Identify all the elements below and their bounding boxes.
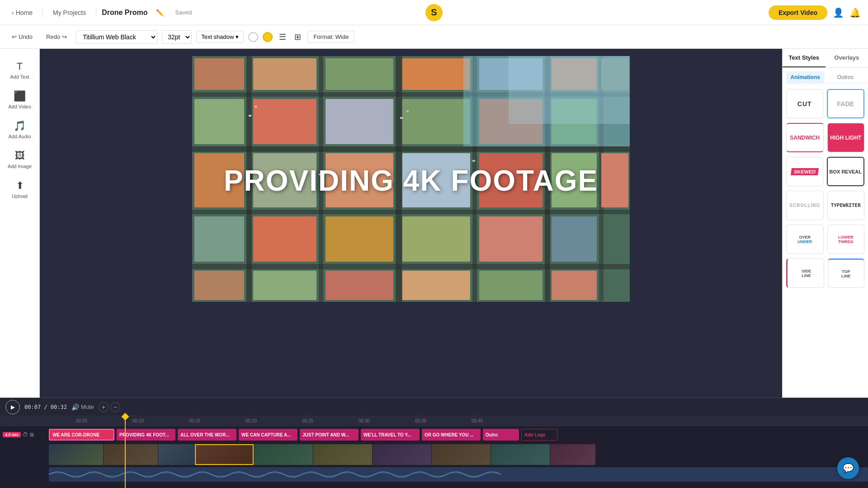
sub-tab-animations[interactable]: Animations	[786, 71, 825, 83]
text-clip-4[interactable]: WE CAN CAPTURE A...	[239, 429, 297, 441]
shadow-dropdown-icon: ▾	[236, 33, 239, 40]
vclip-10	[550, 444, 595, 465]
home-label: Home	[16, 9, 33, 16]
upload-icon: ⬆	[16, 180, 24, 192]
redo-button[interactable]: Redo ↪	[42, 31, 71, 42]
tab-overlays[interactable]: Overlays	[826, 49, 868, 67]
add-video-label: Add Video	[8, 104, 31, 109]
style-card-typewriter[interactable]: TYPEWRITER	[827, 191, 865, 220]
play-button[interactable]: ▶	[5, 400, 20, 414]
svg-rect-9	[192, 146, 630, 152]
style-card-skewed[interactable]: SKEWED	[786, 157, 823, 186]
undo-button[interactable]: ↩ Undo	[7, 31, 37, 42]
style-card-overunder[interactable]: OVER UNDER	[786, 225, 824, 254]
volume-icon: 🔊	[71, 404, 79, 411]
text-clip-5[interactable]: JUST POINT AND W...	[300, 429, 359, 441]
notifications-icon-button[interactable]: 🔔	[849, 7, 861, 18]
video-icon: ⬛	[14, 90, 26, 102]
svg-rect-48	[472, 160, 475, 162]
font-family-select[interactable]: Titillium Web Black	[76, 30, 157, 44]
add-audio-label: Add Audio	[8, 134, 31, 139]
right-panel-tabs: Text Styles Overlays	[783, 49, 868, 68]
playhead	[125, 415, 126, 426]
audio-track	[0, 466, 868, 483]
ruler-mark-7: 00:35	[415, 418, 426, 423]
style-card-topline[interactable]: TOP LINE	[828, 258, 865, 288]
style-card-cut[interactable]: CUT	[786, 89, 823, 118]
export-video-button[interactable]: Export Video	[769, 5, 827, 20]
svg-rect-12	[194, 58, 244, 90]
svg-rect-35	[402, 216, 470, 262]
style-card-sandwich[interactable]: SANDWICH	[786, 123, 824, 152]
zoom-out-button[interactable]: −	[110, 402, 120, 412]
account-icon-button[interactable]: 👤	[833, 7, 844, 18]
sub-tab-outros[interactable]: Outros	[826, 71, 865, 83]
sidebar-item-upload[interactable]: ⬆ Upload	[3, 175, 37, 203]
ruler-mark-2: 00:10	[132, 418, 144, 423]
style-card-scrolling[interactable]: SCROLLING	[786, 191, 824, 220]
zoom-in-button[interactable]: +	[99, 402, 108, 412]
svg-rect-32	[194, 216, 244, 262]
style-card-boxreveal[interactable]: BOX REVEAL	[827, 157, 865, 186]
text-clip-addlogo[interactable]: Add Logo	[521, 429, 557, 441]
text-clip-7[interactable]: OR GO WHERE YOU ...	[422, 429, 481, 441]
nav-divider-2	[96, 7, 96, 18]
vclip-3	[158, 444, 194, 465]
tab-text-styles[interactable]: Text Styles	[783, 49, 826, 67]
sidebar-item-add-audio[interactable]: 🎵 Add Audio	[3, 116, 37, 144]
svg-rect-41	[402, 271, 470, 300]
audio-waveform	[49, 467, 868, 482]
style-card-fade[interactable]: FADE	[827, 89, 865, 118]
text-clip-1[interactable]: WE ARE COR-DRONE	[49, 429, 114, 441]
sidebar-item-add-video[interactable]: ⬛ Add Video	[3, 86, 37, 114]
align-left-button[interactable]: ☰	[277, 30, 288, 44]
chat-widget[interactable]: 💬	[837, 457, 859, 479]
text-clip-2[interactable]: PROVIDING 4K FOOT...	[117, 429, 175, 441]
color-yellow-picker[interactable]	[263, 32, 273, 42]
color-white-picker[interactable]	[248, 32, 258, 42]
canvas-text-overlay[interactable]: PROVIDING 4K FOOTAGE	[224, 164, 598, 197]
style-card-lower-thirds[interactable]: LOWER THIRDS	[827, 225, 865, 254]
logo-circle: S	[425, 4, 443, 21]
home-button[interactable]: ‹ Home	[7, 6, 37, 19]
svg-rect-36	[479, 216, 542, 262]
svg-rect-37	[552, 216, 597, 262]
format-button[interactable]: Format: Wide	[307, 31, 354, 43]
vclip-8	[432, 444, 491, 465]
vclip-9	[491, 444, 550, 465]
audio-clips	[49, 467, 868, 482]
vclip-5	[254, 444, 313, 465]
my-projects-button[interactable]: My Projects	[48, 6, 90, 19]
app-logo: S	[425, 4, 443, 21]
svg-rect-47	[406, 110, 409, 112]
play-icon: ▶	[11, 404, 15, 410]
svg-rect-11	[192, 264, 630, 269]
ruler-mark-6: 00:30	[359, 418, 370, 423]
canvas-wrapper: PROVIDING 4K FOOTAGE	[40, 49, 782, 398]
align-grid-button[interactable]: ⊞	[292, 30, 303, 44]
style-card-highlight[interactable]: HIGH LIGHT	[827, 123, 865, 152]
text-shadow-button[interactable]: Text shadow ▾	[196, 31, 244, 43]
mute-button[interactable]: 🔊 Mute	[71, 404, 94, 411]
style-card-sideline[interactable]: SIDE LINE	[786, 258, 824, 288]
text-clip-6[interactable]: WE'LL TRAVEL TO Y...	[361, 429, 420, 441]
sidebar-item-add-image[interactable]: 🖼 Add Image	[3, 145, 37, 174]
vclip-7	[373, 444, 431, 465]
svg-rect-14	[326, 58, 393, 90]
left-sidebar: T Add Text ⬛ Add Video 🎵 Add Audio 🖼 Add…	[0, 49, 40, 398]
skewed-inner: SKEWED	[790, 168, 819, 175]
text-clip-outro[interactable]: Outro	[483, 429, 519, 441]
text-clip-3[interactable]: ALL OVER THE WOR...	[178, 429, 236, 441]
nav-divider	[42, 7, 43, 18]
sidebar-item-add-text[interactable]: T Add Text	[3, 56, 37, 84]
font-size-select[interactable]: 32pt	[162, 30, 192, 44]
video-canvas[interactable]: PROVIDING 4K FOOTAGE	[192, 56, 630, 302]
timeline-controls: ▶ 00:07 / 00:32 🔊 Mute + −	[0, 398, 868, 416]
audio-clip-bg	[49, 467, 868, 482]
track-label-text: 4.0 sec ⏱ ⧉	[0, 432, 49, 438]
redo-icon: ↪	[62, 33, 67, 40]
edit-project-name-button[interactable]: ✏️	[151, 6, 168, 19]
video-strip[interactable]	[49, 444, 868, 465]
ruler-mark-1: 00:05	[76, 418, 87, 423]
vclip-4-active	[195, 444, 254, 465]
